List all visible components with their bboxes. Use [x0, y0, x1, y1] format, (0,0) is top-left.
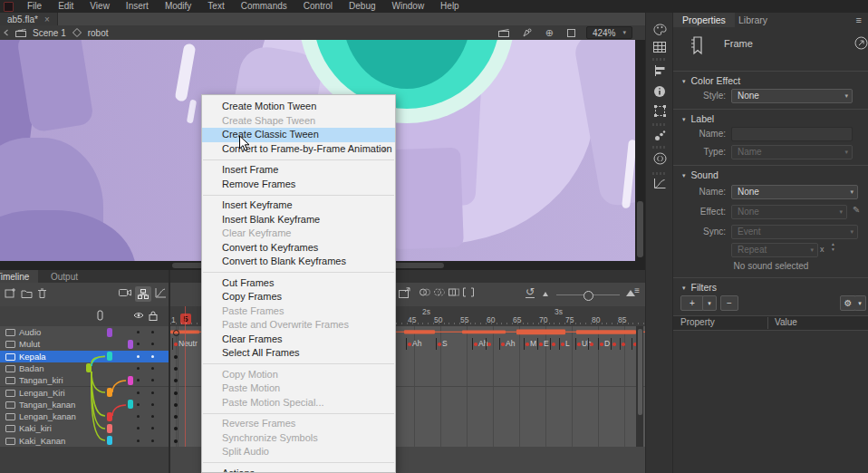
keyframe-marker[interactable]: [552, 343, 555, 346]
lock-dot[interactable]: [151, 403, 154, 406]
timeline-zoom-knob[interactable]: [583, 291, 593, 301]
keyframe-marker[interactable]: [174, 439, 178, 443]
keyframe-marker[interactable]: [590, 343, 593, 346]
keyframe-marker[interactable]: [561, 343, 564, 346]
sound-edit-icon[interactable]: ✎: [853, 205, 860, 215]
menu-commands[interactable]: Commands: [233, 0, 295, 13]
visibility-dot[interactable]: [137, 331, 140, 333]
menu-file[interactable]: File: [19, 0, 50, 13]
keyframe-marker[interactable]: [487, 343, 491, 346]
lock-dot[interactable]: [151, 391, 154, 394]
keyframe-marker[interactable]: [408, 343, 411, 346]
stepper-down-icon[interactable]: ▾: [832, 246, 834, 252]
edit-scene-icon[interactable]: [498, 29, 509, 37]
layer-row-lengan_kiri[interactable]: Lengan_Kiri: [0, 387, 169, 400]
reset-zoom-icon[interactable]: ↺: [526, 287, 535, 298]
stage-zoom-select[interactable]: 424% ▾: [586, 26, 632, 39]
parenting-tag[interactable]: [107, 388, 112, 397]
section-sound[interactable]: ▾Sound: [682, 169, 719, 180]
section-filters[interactable]: ▾Filters: [682, 282, 717, 293]
timeline-panel-divider[interactable]: [169, 270, 170, 473]
menu-item-insert-keyframe[interactable]: Insert Keyframe: [202, 198, 395, 213]
add-filter-menu-button[interactable]: ▾: [702, 295, 717, 311]
menu-item-insert-frame[interactable]: Insert Frame: [202, 163, 395, 178]
keyframe-marker[interactable]: [174, 379, 178, 382]
align-icon[interactable]: [646, 65, 673, 76]
new-layer-icon[interactable]: [5, 287, 16, 299]
close-icon[interactable]: ×: [44, 14, 50, 24]
lock-dot[interactable]: [151, 427, 154, 430]
keyframe-marker[interactable]: [501, 343, 505, 346]
menu-control[interactable]: Control: [295, 0, 341, 13]
zoom-out-icon[interactable]: [543, 292, 548, 296]
visibility-dot[interactable]: [137, 439, 140, 442]
quick-share-icon[interactable]: [854, 36, 868, 50]
layer-row-kaki_kiri[interactable]: Kaki_kiri: [0, 422, 169, 435]
section-label[interactable]: ▾Label: [682, 113, 714, 124]
visibility-dot[interactable]: [137, 427, 140, 430]
tab-library[interactable]: Library: [729, 13, 776, 27]
keyframe-marker[interactable]: [622, 343, 625, 346]
visibility-dot[interactable]: [137, 379, 140, 381]
lock-icon[interactable]: [149, 311, 158, 321]
keyframe-marker[interactable]: [600, 343, 603, 346]
layer-row-kaki_kanan[interactable]: Kaki_Kanan: [0, 435, 169, 448]
lock-dot[interactable]: [151, 355, 154, 358]
delete-layer-icon[interactable]: [37, 287, 47, 299]
onion-skin-icon[interactable]: [420, 287, 430, 297]
keyframe-marker[interactable]: [539, 343, 543, 346]
scrollbar-thumb[interactable]: [638, 329, 642, 415]
menu-item-clear-frames[interactable]: Clear Frames: [202, 333, 395, 347]
parenting-tag[interactable]: [107, 436, 112, 445]
tab-properties[interactable]: Properties: [673, 13, 735, 27]
new-folder-icon[interactable]: [21, 287, 33, 299]
swatches-icon[interactable]: [646, 42, 673, 53]
camera-icon[interactable]: [119, 287, 131, 297]
keyframe-marker[interactable]: [526, 343, 529, 346]
color-icon[interactable]: [646, 24, 673, 35]
cc-libraries-icon[interactable]: [646, 152, 673, 165]
menu-item-convert-to-frame-by-frame-animation[interactable]: Convert to Frame-by-Frame Animation›: [202, 142, 395, 157]
lock-dot[interactable]: [151, 367, 154, 370]
info-icon[interactable]: [646, 85, 673, 98]
clip-content-icon[interactable]: [567, 29, 575, 37]
transform-icon[interactable]: [646, 105, 673, 117]
parenting-tag[interactable]: [107, 328, 112, 337]
center-stage-icon[interactable]: ⊕: [545, 27, 554, 39]
add-filter-button[interactable]: +: [680, 295, 704, 311]
layer-row-tangan_kanan[interactable]: Tangan_kanan: [0, 399, 169, 411]
onion-outline-icon[interactable]: [434, 287, 445, 297]
playhead[interactable]: 5: [180, 314, 191, 324]
menu-item-create-motion-tween[interactable]: Create Motion Tween: [202, 100, 395, 114]
menu-item-select-all-frames[interactable]: Select All Frames: [202, 346, 395, 361]
menu-debug[interactable]: Debug: [341, 0, 383, 13]
visibility-dot[interactable]: [137, 367, 140, 370]
menu-window[interactable]: Window: [384, 0, 433, 13]
keyframe-marker[interactable]: [174, 403, 178, 407]
keyframe-marker[interactable]: [438, 343, 441, 346]
lock-dot[interactable]: [151, 343, 154, 345]
visibility-dot[interactable]: [137, 355, 140, 358]
keyframe-marker[interactable]: [174, 355, 178, 359]
parenting-tag[interactable]: [107, 352, 112, 361]
breadcrumb-symbol[interactable]: robot: [88, 28, 109, 38]
keyframe-marker[interactable]: [174, 427, 178, 430]
tab-output[interactable]: Output: [42, 270, 87, 283]
layer-row-audio[interactable]: Audio: [0, 326, 169, 339]
parenting-tag[interactable]: [128, 376, 133, 385]
layer-row-kepala[interactable]: Kepala: [0, 351, 169, 363]
lock-dot[interactable]: [151, 415, 154, 418]
menu-item-insert-blank-keyframe[interactable]: Insert Blank Keyframe: [202, 213, 395, 227]
keyframe-marker[interactable]: [612, 343, 616, 346]
visibility-dot[interactable]: [137, 415, 140, 418]
parenting-tag[interactable]: [107, 424, 112, 433]
timeline-vertical-scrollbar[interactable]: [636, 326, 643, 447]
menu-help[interactable]: Help: [432, 0, 468, 13]
layer-parenting-icon[interactable]: [135, 286, 151, 302]
keyframe-marker[interactable]: [174, 367, 178, 371]
lock-dot[interactable]: [151, 331, 154, 333]
style-dropdown[interactable]: None ▾: [731, 89, 853, 103]
keyframe-marker[interactable]: [474, 343, 477, 346]
lock-dot[interactable]: [151, 439, 154, 442]
layer-row-lengan_kanan[interactable]: Lengan_kanan: [0, 410, 169, 423]
